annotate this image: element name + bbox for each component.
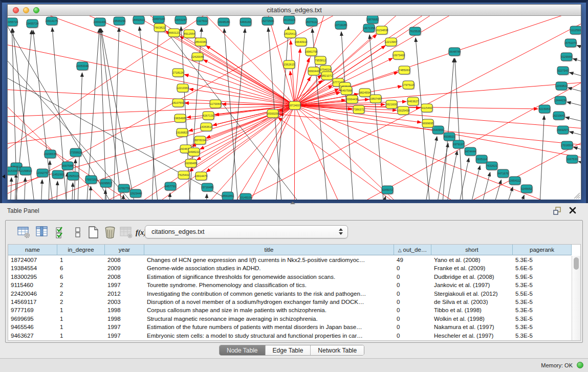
graph-node[interactable]: 6497568 <box>341 86 353 96</box>
graph-node[interactable]: 15692971 <box>557 126 570 135</box>
table-row[interactable]: 2242004622012Investigating the contribut… <box>8 290 572 298</box>
graph-node[interactable]: 9097588 <box>62 162 74 171</box>
graph-node[interactable]: 9915396 <box>8 167 18 176</box>
window-titlebar[interactable]: citations_edges.txt <box>8 5 581 16</box>
graph-node[interactable]: 20149104 <box>239 193 252 200</box>
graph-node[interactable]: 16961758 <box>305 48 318 57</box>
graph-node[interactable]: 12213967 <box>385 38 398 47</box>
table-row[interactable]: 946362711997Embryonic stem cells: a mode… <box>8 332 572 340</box>
graph-node[interactable]: 8878334 <box>194 136 207 145</box>
tab-edge-table[interactable]: Edge Table <box>266 345 311 356</box>
graph-node[interactable]: 9474444 <box>465 147 477 157</box>
graph-node[interactable]: 12156819 <box>19 167 32 176</box>
graph-node[interactable]: 8938921 <box>444 133 456 142</box>
graph-node[interactable]: 7663822 <box>154 24 166 33</box>
column-header-short[interactable]: short <box>431 245 513 255</box>
graph-node[interactable]: 9498222 <box>188 148 201 157</box>
column-header-pagerank[interactable]: pagerank <box>513 245 572 255</box>
graph-node[interactable]: 10654112 <box>509 177 521 186</box>
table-row[interactable]: 1830029562008Estimation of significance … <box>8 273 572 281</box>
graph-node[interactable]: 16782759 <box>118 184 130 193</box>
graph-node[interactable]: 17359928 <box>70 148 82 158</box>
graph-node[interactable]: 10025458 <box>397 106 410 116</box>
graph-node[interactable]: 12505115 <box>67 172 80 181</box>
graph-node[interactable]: 17016504 <box>561 141 574 150</box>
graph-node[interactable]: 15272506 <box>262 17 274 26</box>
tab-network-table[interactable]: Network Table <box>311 345 364 356</box>
graph-node[interactable]: 15751074 <box>564 39 577 48</box>
graph-node[interactable]: 16640910 <box>295 38 308 47</box>
graph-node[interactable]: 16116115 <box>283 16 296 25</box>
scrollbar-thumb[interactable] <box>574 257 579 270</box>
column-header-year[interactable]: year <box>105 245 144 255</box>
graph-node[interactable]: 9699695 <box>422 119 434 128</box>
select-all-checks-button[interactable] <box>54 225 68 239</box>
graph-node[interactable]: 18724007 <box>289 101 301 111</box>
graph-node[interactable]: 19654985 <box>174 114 187 123</box>
column-header-title[interactable]: title <box>144 245 394 255</box>
column-header-out_de[interactable]: △out_de… <box>394 245 431 255</box>
graph-node[interactable]: 1112593 <box>570 26 581 35</box>
tab-node-table[interactable]: Node Table <box>220 345 266 356</box>
graph-node[interactable]: 7386372 <box>353 105 365 115</box>
select-column-button[interactable] <box>35 225 50 239</box>
graph-node[interactable]: 12444154 <box>554 96 567 105</box>
graph-node[interactable]: 16210643 <box>553 112 565 121</box>
graph-node[interactable]: 19455724 <box>26 19 39 29</box>
graph-node[interactable]: 17975115 <box>402 81 415 90</box>
table-row[interactable]: 977716911998Corpus callosum shape and si… <box>8 306 572 314</box>
graph-node[interactable]: 10719185 <box>335 21 347 30</box>
graph-node[interactable]: 18561851 <box>222 192 234 200</box>
graph-node[interactable]: 7955812 <box>315 56 327 65</box>
graph-node[interactable]: 7632621 <box>486 162 498 171</box>
graph-node[interactable]: 8660123 <box>168 29 181 38</box>
graph-node[interactable]: 6979197 <box>453 140 465 149</box>
graph-node[interactable]: 7625402 <box>178 171 190 180</box>
graph-node[interactable]: 17957253 <box>85 176 98 185</box>
network-canvas[interactable]: 2035572419455724209141752069140619565156… <box>8 16 581 200</box>
collapse-panel-icon[interactable] <box>2 174 5 179</box>
table-row[interactable]: 1938455462009Genome-wide association stu… <box>8 264 572 272</box>
graph-node[interactable]: 3621600 <box>386 100 398 110</box>
graph-node[interactable]: 18300295 <box>267 110 279 119</box>
graph-node[interactable]: 18107553 <box>172 99 185 108</box>
table-row[interactable]: 911546021997Tourette syndrome. Phenomeno… <box>8 281 572 289</box>
table-row[interactable]: 969969511998Structural magnetic resonanc… <box>8 315 572 323</box>
graph-node[interactable]: 11451993 <box>52 170 64 180</box>
graph-node[interactable]: 16099489 <box>185 159 198 168</box>
graph-node[interactable]: 1167533 <box>567 155 579 164</box>
resize-grip-icon[interactable] <box>572 191 580 199</box>
graph-node[interactable]: 9245652 <box>521 185 533 194</box>
graph-node[interactable]: 20876682 <box>366 16 379 25</box>
graph-node[interactable]: 19565156 <box>113 17 126 26</box>
new-table-button[interactable] <box>86 225 101 239</box>
graph-node[interactable]: 10807487 <box>369 95 382 104</box>
graph-node[interactable]: 20206535 <box>44 150 57 159</box>
graph-node[interactable]: 9821072 <box>321 72 334 81</box>
graph-node[interactable]: 14671358 <box>363 24 376 33</box>
graph-node[interactable]: 8912954 <box>184 30 196 39</box>
table-row[interactable]: 946554611997Estimation of the future num… <box>8 323 572 331</box>
graph-node[interactable]: 8267130 <box>203 112 215 121</box>
delete-entries-button[interactable] <box>103 225 117 239</box>
graph-node[interactable]: 9115460 <box>421 104 433 113</box>
graph-node[interactable]: 12342757 <box>36 169 49 178</box>
graph-node[interactable]: 16095817 <box>100 179 113 188</box>
table-scrollbar[interactable] <box>572 256 580 340</box>
graph-node[interactable]: 9463627 <box>407 97 420 106</box>
graph-node[interactable]: 16914479 <box>195 172 208 181</box>
graph-node[interactable]: 16154838 <box>376 26 388 35</box>
graph-node[interactable]: 2718126 <box>172 69 185 78</box>
graph-node[interactable]: 18325413 <box>284 30 297 39</box>
graph-node[interactable]: 9990443 <box>308 67 320 76</box>
graph-node[interactable]: 19948186 <box>217 18 230 27</box>
graph-node[interactable]: 7615526 <box>409 27 422 36</box>
table-row[interactable]: 1456911722003Disruption of a novel membe… <box>8 298 572 306</box>
float-panel-icon[interactable] <box>553 207 561 215</box>
graph-node[interactable]: 12213363 <box>177 84 189 93</box>
graph-node[interactable]: 14353514 <box>200 123 213 132</box>
graph-node[interactable]: 12923448 <box>129 189 142 199</box>
graph-node[interactable]: 9129966 <box>561 53 573 62</box>
row-boxes-button[interactable] <box>71 225 85 239</box>
graph-node[interactable]: 18543381 <box>194 38 207 47</box>
